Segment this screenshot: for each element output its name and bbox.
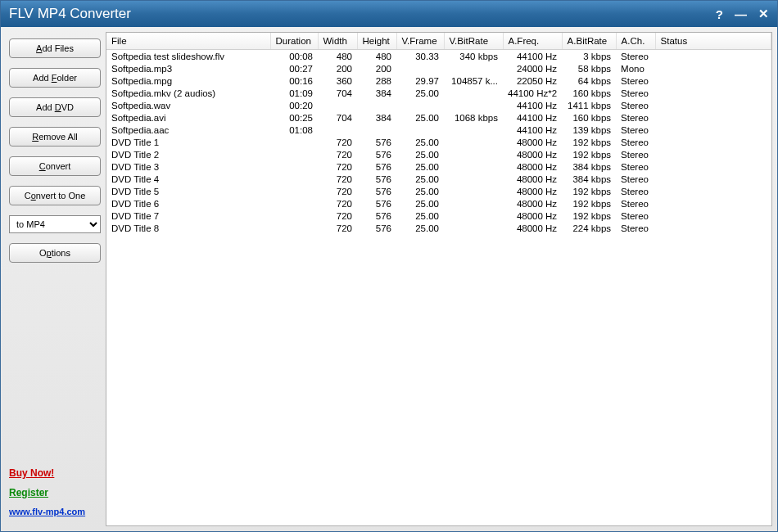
cell-abitrate: 192 kbps xyxy=(562,210,616,222)
file-table: File Duration Width Height V.Frame V.Bit… xyxy=(106,33,771,234)
cell-abitrate: 192 kbps xyxy=(562,185,616,197)
cell-height: 576 xyxy=(357,148,396,160)
table-row[interactable]: Softpedia.mkv (2 audios)01:0970438425.00… xyxy=(106,87,771,99)
close-icon[interactable]: ✕ xyxy=(758,7,769,21)
col-afreq[interactable]: A.Freq. xyxy=(503,33,562,50)
cell-vframe xyxy=(396,99,444,111)
col-file[interactable]: File xyxy=(106,33,270,50)
sidebar: Add Files Add Folder Add DVD Remove All … xyxy=(4,32,106,526)
cell-abitrate: 3 kbps xyxy=(562,50,616,63)
cell-duration xyxy=(270,136,318,148)
site-link[interactable]: www.flv-mp4.com xyxy=(9,507,101,516)
cell-abitrate: 384 kbps xyxy=(562,173,616,185)
convert-to-one-label: nvert to One xyxy=(36,191,86,201)
table-header: File Duration Width Height V.Frame V.Bit… xyxy=(106,33,771,50)
cell-height: 576 xyxy=(357,136,396,148)
cell-status xyxy=(655,124,771,136)
cell-abitrate: 58 kbps xyxy=(562,62,616,74)
cell-vbitrate xyxy=(444,160,503,173)
cell-file: DVD Title 6 xyxy=(106,197,270,210)
convert-button[interactable]: Convert xyxy=(9,156,101,176)
cell-width: 720 xyxy=(318,185,357,197)
cell-status xyxy=(655,87,771,99)
cell-vbitrate: 340 kbps xyxy=(444,50,503,63)
cell-status xyxy=(655,197,771,210)
add-files-button[interactable]: Add Files xyxy=(9,38,101,58)
cell-afreq: 48000 Hz xyxy=(503,173,562,185)
cell-ach: Stereo xyxy=(616,148,655,160)
col-duration[interactable]: Duration xyxy=(270,33,318,50)
table-row[interactable]: Softpedia.wav00:2044100 Hz1411 kbpsStere… xyxy=(106,99,771,111)
cell-afreq: 48000 Hz xyxy=(503,160,562,173)
col-ach[interactable]: A.Ch. xyxy=(616,33,655,50)
buy-now-link[interactable]: Buy Now! xyxy=(9,467,101,479)
cell-afreq: 44100 Hz xyxy=(503,111,562,124)
cell-vbitrate: 1068 kbps xyxy=(444,111,503,124)
col-abitrate[interactable]: A.BitRate xyxy=(562,33,616,50)
options-button[interactable]: Options xyxy=(9,243,101,263)
cell-ach: Stereo xyxy=(616,87,655,99)
table-row[interactable]: DVD Title 672057625.0048000 Hz192 kbpsSt… xyxy=(106,197,771,210)
add-folder-button[interactable]: Add Folder xyxy=(9,68,101,88)
table-row[interactable]: Softpedia.mp300:2720020024000 Hz58 kbpsM… xyxy=(106,62,771,74)
col-status[interactable]: Status xyxy=(655,33,771,50)
col-height[interactable]: Height xyxy=(357,33,396,50)
cell-duration xyxy=(270,185,318,197)
cell-width: 720 xyxy=(318,173,357,185)
cell-vframe: 25.00 xyxy=(396,210,444,222)
table-row[interactable]: DVD Title 772057625.0048000 Hz192 kbpsSt… xyxy=(106,210,771,222)
cell-width: 720 xyxy=(318,222,357,234)
table-row[interactable]: Softpedia.aac01:0844100 Hz139 kbpsStereo xyxy=(106,124,771,136)
cell-vframe: 25.00 xyxy=(396,197,444,210)
cell-width: 704 xyxy=(318,111,357,124)
help-icon[interactable]: ? xyxy=(716,7,723,21)
table-row[interactable]: DVD Title 172057625.0048000 Hz192 kbpsSt… xyxy=(106,136,771,148)
cell-width: 480 xyxy=(318,50,357,63)
convert-to-one-button[interactable]: Convert to One xyxy=(9,186,101,205)
cell-vframe: 25.00 xyxy=(396,173,444,185)
cell-vframe: 29.97 xyxy=(396,74,444,87)
cell-width: 720 xyxy=(318,136,357,148)
table-row[interactable]: DVD Title 572057625.0048000 Hz192 kbpsSt… xyxy=(106,185,771,197)
remove-all-button[interactable]: Remove All xyxy=(9,127,101,147)
cell-height: 576 xyxy=(357,185,396,197)
table-row[interactable]: DVD Title 472057625.0048000 Hz384 kbpsSt… xyxy=(106,173,771,185)
table-row[interactable]: Softpedia.avi00:2570438425.001068 kbps44… xyxy=(106,111,771,124)
cell-height: 200 xyxy=(357,62,396,74)
register-link[interactable]: Register xyxy=(9,487,101,498)
cell-abitrate: 224 kbps xyxy=(562,222,616,234)
cell-afreq: 44100 Hz xyxy=(503,99,562,111)
cell-file: Softpedia.aac xyxy=(106,124,270,136)
remove-all-label: emove All xyxy=(38,132,78,142)
cell-file: DVD Title 2 xyxy=(106,148,270,160)
cell-height: 576 xyxy=(357,173,396,185)
cell-duration: 00:27 xyxy=(270,62,318,74)
table-row[interactable]: Softpedia test slideshow.flv00:084804803… xyxy=(106,50,771,63)
cell-abitrate: 192 kbps xyxy=(562,148,616,160)
col-width[interactable]: Width xyxy=(318,33,357,50)
minimize-icon[interactable]: — xyxy=(735,7,747,21)
col-vbitrate[interactable]: V.BitRate xyxy=(444,33,503,50)
add-dvd-button[interactable]: Add DVD xyxy=(9,97,101,117)
cell-abitrate: 192 kbps xyxy=(562,197,616,210)
cell-vframe: 25.00 xyxy=(396,136,444,148)
cell-status xyxy=(655,111,771,124)
cell-ach: Stereo xyxy=(616,74,655,87)
cell-duration: 00:08 xyxy=(270,50,318,63)
cell-file: Softpedia.mkv (2 audios) xyxy=(106,87,270,99)
col-vframe[interactable]: V.Frame xyxy=(396,33,444,50)
table-row[interactable]: DVD Title 372057625.0048000 Hz384 kbpsSt… xyxy=(106,160,771,173)
cell-abitrate: 64 kbps xyxy=(562,74,616,87)
cell-abitrate: 384 kbps xyxy=(562,160,616,173)
cell-vbitrate xyxy=(444,99,503,111)
cell-afreq: 48000 Hz xyxy=(503,197,562,210)
cell-ach: Stereo xyxy=(616,111,655,124)
table-row[interactable]: DVD Title 872057625.0048000 Hz224 kbpsSt… xyxy=(106,222,771,234)
table-row[interactable]: DVD Title 272057625.0048000 Hz192 kbpsSt… xyxy=(106,148,771,160)
cell-vframe: 25.00 xyxy=(396,111,444,124)
sidebar-links: Buy Now! Register www.flv-mp4.com xyxy=(9,467,101,521)
format-select[interactable]: to MP4 xyxy=(9,215,101,233)
cell-vframe: 25.00 xyxy=(396,160,444,173)
table-row[interactable]: Softpedia.mpg00:1636028829.97104857 k...… xyxy=(106,74,771,87)
cell-width: 360 xyxy=(318,74,357,87)
